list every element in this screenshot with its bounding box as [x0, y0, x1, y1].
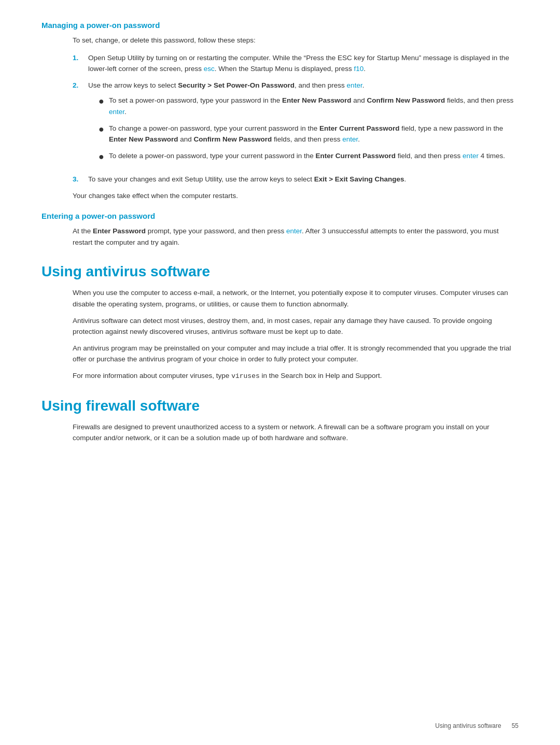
enter-link-1: enter [347, 81, 362, 89]
step-3-number: 3. [73, 174, 88, 185]
step-1-number: 1. [73, 52, 88, 75]
step-2: 2. Use the arrow keys to select Security… [73, 80, 519, 168]
antivirus-para-2: Antivirus software can detect most virus… [73, 315, 519, 338]
enter-link-5: enter [286, 227, 302, 235]
enter-new-password-1: Enter New Password [282, 96, 352, 104]
page-footer: Using antivirus software 55 [435, 722, 519, 729]
antivirus-section: Using antivirus software When you use th… [41, 263, 519, 382]
f10-link: f10 [354, 65, 364, 73]
step-1-text: Open Setup Utility by turning on or rest… [88, 52, 519, 75]
footer-page: 55 [512, 722, 519, 729]
bullet-dot-1: ● [99, 95, 109, 117]
enter-link-3: enter [342, 135, 358, 143]
footer-text: Using antivirus software [435, 722, 501, 729]
enter-new-password-2: Enter New Password [109, 135, 178, 143]
managing-password-heading: Managing a power-on password [41, 21, 519, 30]
bullet-2: ● To change a power-on password, type yo… [99, 123, 519, 145]
bullet-dot-2: ● [99, 123, 109, 145]
entering-password-section: Entering a power-on password At the Ente… [41, 212, 519, 248]
steps-list: 1. Open Setup Utility by turning on or r… [73, 52, 519, 185]
enter-current-password-2: Enter Current Password [315, 152, 396, 160]
step-3-text: To save your changes and exit Setup Util… [88, 174, 406, 185]
antivirus-para-1: When you use the computer to access e-ma… [73, 287, 519, 310]
bullet-dot-3: ● [99, 150, 109, 163]
bullet-1: ● To set a power-on password, type your … [99, 95, 519, 117]
enter-current-password-1: Enter Current Password [319, 124, 400, 132]
entering-password-text: At the Enter Password prompt, type your … [73, 226, 519, 248]
step-2-bullets: ● To set a power-on password, type your … [99, 95, 519, 163]
antivirus-heading: Using antivirus software [41, 263, 519, 280]
antivirus-para-3: An antivirus program may be preinstalled… [73, 343, 519, 365]
viruses-code: viruses [231, 372, 260, 380]
step-2-bold: Security > Set Power-On Password [178, 81, 295, 89]
esc-link: esc [204, 65, 215, 73]
firewall-para-1: Firewalls are designed to prevent unauth… [73, 421, 519, 444]
step-1: 1. Open Setup Utility by turning on or r… [73, 52, 519, 75]
bullet-2-text: To change a power-on password, type your… [109, 123, 519, 145]
enter-link-4: enter [463, 152, 479, 160]
confirm-new-password-2: Confirm New Password [194, 135, 272, 143]
confirm-new-password-1: Confirm New Password [367, 96, 445, 104]
enter-link-2: enter [109, 108, 124, 116]
managing-password-intro: To set, change, or delete this password,… [73, 35, 519, 46]
firewall-heading: Using firewall software [41, 398, 519, 414]
bullet-3-text: To delete a power-on password, type your… [109, 150, 505, 163]
step-2-text: Use the arrow keys to select Security > … [88, 81, 364, 89]
managing-password-section: Managing a power-on password To set, cha… [41, 21, 519, 201]
entering-password-heading: Entering a power-on password [41, 212, 519, 220]
exit-saving-changes: Exit > Exit Saving Changes [314, 175, 404, 183]
managing-password-closing: Your changes take effect when the comput… [73, 190, 519, 202]
step-3: 3. To save your changes and exit Setup U… [73, 174, 519, 185]
step-2-content: Use the arrow keys to select Security > … [88, 80, 519, 168]
antivirus-para-4: For more information about computer viru… [73, 370, 519, 382]
enter-password-bold: Enter Password [93, 227, 146, 235]
bullet-3: ● To delete a power-on password, type yo… [99, 150, 519, 163]
bullet-1-text: To set a power-on password, type your pa… [109, 95, 519, 117]
step-2-number: 2. [73, 80, 88, 168]
firewall-section: Using firewall software Firewalls are de… [41, 398, 519, 444]
